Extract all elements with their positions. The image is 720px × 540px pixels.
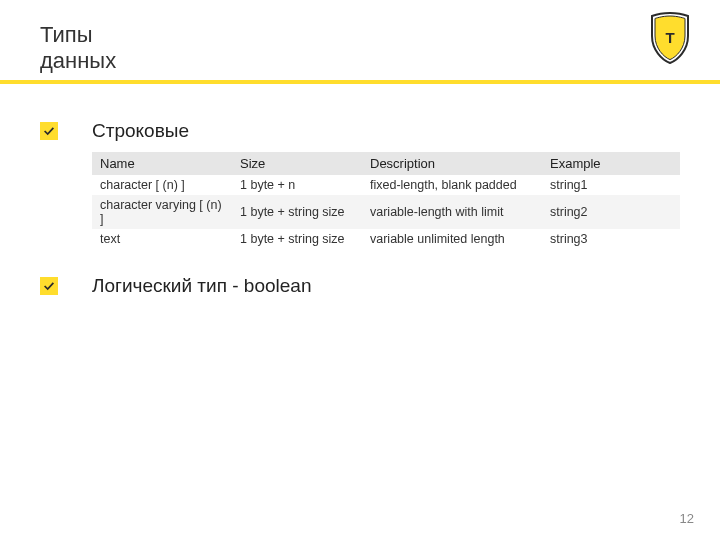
th-name: Name	[92, 152, 232, 175]
table-row: character varying [ (n) ] 1 byte + strin…	[92, 195, 680, 229]
svg-text:Т: Т	[665, 29, 674, 46]
th-description: Description	[362, 152, 542, 175]
cell-name: character [ (n) ]	[92, 175, 232, 195]
cell-description: variable-length with limit	[362, 195, 542, 229]
slide-title: Типы данных	[40, 22, 720, 75]
cell-description: variable unlimited length	[362, 229, 542, 249]
divider	[0, 80, 720, 84]
bullet-label: Строковые	[92, 120, 189, 142]
table-row: text 1 byte + string size variable unlim…	[92, 229, 680, 249]
bullet-label: Логический тип - boolean	[92, 275, 311, 297]
cell-example: string3	[542, 229, 680, 249]
header: Типы данных	[0, 0, 720, 75]
cell-size: 1 byte + string size	[232, 195, 362, 229]
bullet-string-types: Строковые	[40, 120, 680, 142]
slide: Типы данных Т Строковые Name Size	[0, 0, 720, 540]
table-row: character [ (n) ] 1 byte + n fixed-lengt…	[92, 175, 680, 195]
string-types-table: Name Size Description Example character …	[92, 152, 680, 249]
th-size: Size	[232, 152, 362, 175]
cell-description: fixed-length, blank padded	[362, 175, 542, 195]
th-example: Example	[542, 152, 680, 175]
check-icon	[40, 277, 58, 295]
cell-size: 1 byte + n	[232, 175, 362, 195]
content: Строковые Name Size Description Example …	[40, 120, 680, 307]
table-header-row: Name Size Description Example	[92, 152, 680, 175]
title-line-2: данных	[40, 48, 116, 73]
title-line-1: Типы	[40, 22, 93, 47]
cell-size: 1 byte + string size	[232, 229, 362, 249]
cell-name: text	[92, 229, 232, 249]
page-number: 12	[680, 511, 694, 526]
cell-name: character varying [ (n) ]	[92, 195, 232, 229]
bullet-boolean-type: Логический тип - boolean	[40, 275, 680, 297]
cell-example: string2	[542, 195, 680, 229]
shield-logo-icon: Т	[642, 10, 698, 66]
check-icon	[40, 122, 58, 140]
cell-example: string1	[542, 175, 680, 195]
table: Name Size Description Example character …	[92, 152, 680, 249]
